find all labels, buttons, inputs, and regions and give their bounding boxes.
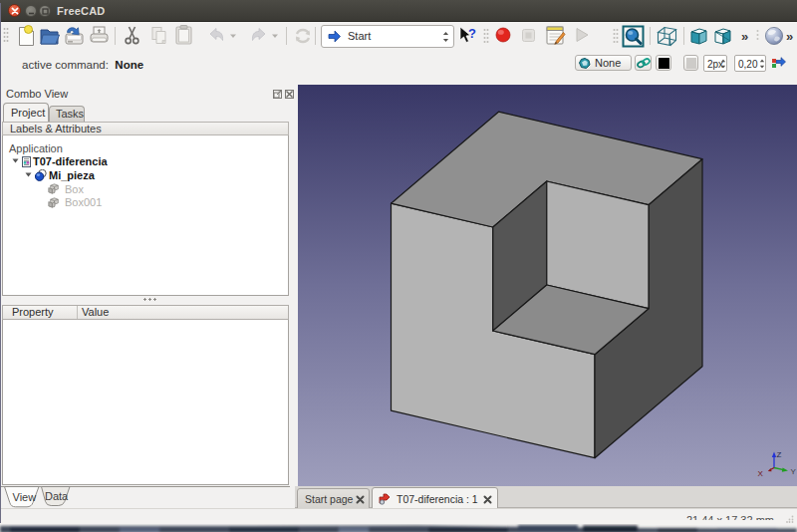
- svg-text:View: View: [13, 491, 37, 503]
- svg-text:Data: Data: [45, 490, 69, 502]
- svg-text:Z: Z: [777, 450, 782, 459]
- svg-text:Y: Y: [791, 467, 797, 476]
- svg-text:?: ?: [468, 26, 476, 41]
- svg-text:X: X: [758, 469, 764, 478]
